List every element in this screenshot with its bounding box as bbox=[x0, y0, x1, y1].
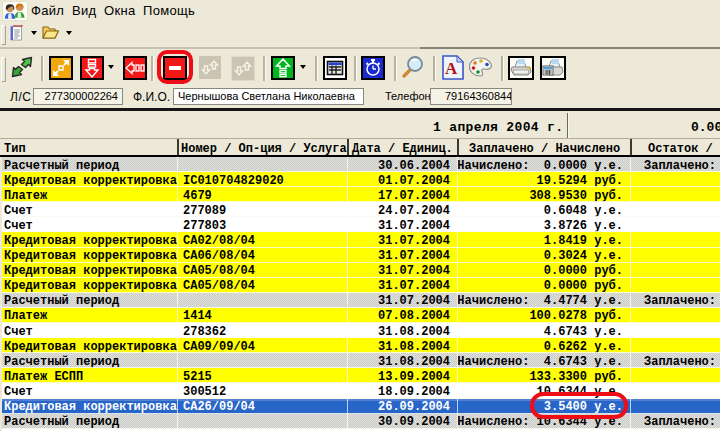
svg-text:A: A bbox=[445, 59, 458, 78]
